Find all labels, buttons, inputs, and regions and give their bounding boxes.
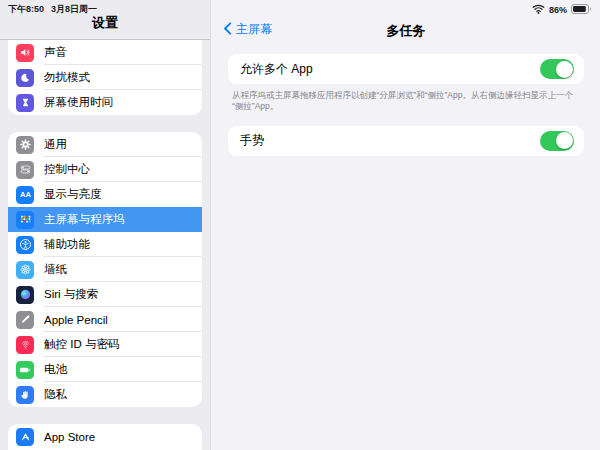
sidebar-item-label: 屏幕使用时间	[44, 95, 113, 110]
pencil-icon	[16, 311, 34, 329]
sidebar-item-privacy[interactable]: 隐私	[8, 382, 202, 407]
hourglass-icon	[16, 94, 34, 112]
sidebar-item-battery[interactable]: 电池	[8, 357, 202, 382]
page-title: 多任务	[212, 22, 600, 40]
sidebar-item-general[interactable]: 通用	[8, 132, 202, 157]
siri-icon	[16, 286, 34, 304]
toggle-switch[interactable]	[540, 59, 574, 79]
sidebar-item-label: 墙纸	[44, 262, 67, 277]
sidebar-group: App Store	[8, 424, 202, 450]
sidebar-item-label: 触控 ID 与密码	[44, 337, 119, 352]
toggles-icon	[16, 161, 34, 179]
sidebar-item-label: 隐私	[44, 387, 67, 402]
appstore-icon	[16, 428, 34, 446]
sidebar-item-label: Siri 与搜索	[44, 287, 98, 302]
moon-icon	[16, 69, 34, 87]
setting-row: 允许多个 App	[228, 54, 584, 84]
setting-label: 允许多个 App	[240, 61, 313, 78]
sidebar-item-app-store[interactable]: App Store	[8, 424, 202, 449]
battery-percent: 86%	[549, 5, 567, 15]
sidebar-item-home-screen-dock[interactable]: 主屏幕与程序坞	[8, 207, 202, 232]
hand-icon	[16, 386, 34, 404]
sidebar-group: 通用控制中心AA显示与亮度主屏幕与程序坞辅助功能墙纸Siri 与搜索Apple …	[8, 132, 202, 407]
fingerprint-icon	[16, 336, 34, 354]
detail-header: 主屏幕 多任务	[212, 16, 600, 46]
battery-icon	[571, 4, 592, 16]
setting-label: 手势	[240, 132, 264, 149]
wifi-icon	[532, 4, 545, 16]
sidebar-item-label: Apple Pencil	[44, 314, 108, 326]
sidebar-group: 声音勿扰模式屏幕使用时间	[8, 40, 202, 115]
toggle-knob	[556, 61, 573, 78]
sidebar-item-display[interactable]: AA显示与亮度	[8, 182, 202, 207]
detail-content: 允许多个 App从程序坞或主屏幕拖移应用程序以创建“分屏浏览”和“侧拉”App。…	[228, 54, 584, 156]
appgrid-icon	[16, 211, 34, 229]
speaker-icon	[16, 44, 34, 62]
flower-icon	[16, 261, 34, 279]
setting-row: 手势	[228, 126, 584, 156]
sidebar-item-apple-pencil[interactable]: Apple Pencil	[8, 307, 202, 332]
ipad-settings-screen: 下午8:50 3月8日周一 86% 设置 声音勿扰模式屏幕使用时间通用控制中心A…	[0, 0, 600, 450]
settings-card: 手势	[228, 126, 584, 156]
sidebar-item-accessibility[interactable]: 辅助功能	[8, 232, 202, 257]
sidebar-item-sounds[interactable]: 声音	[8, 40, 202, 65]
sidebar-item-label: 电池	[44, 362, 67, 377]
settings-sidebar: 设置 声音勿扰模式屏幕使用时间通用控制中心AA显示与亮度主屏幕与程序坞辅助功能墙…	[0, 0, 211, 450]
gear-icon	[16, 136, 34, 154]
sidebar-item-label: 声音	[44, 45, 67, 60]
detail-pane: 主屏幕 多任务 允许多个 App从程序坞或主屏幕拖移应用程序以创建“分屏浏览”和…	[212, 0, 600, 450]
accessibility-icon	[16, 236, 34, 254]
svg-text:AA: AA	[20, 190, 31, 199]
sidebar-item-do-not-disturb[interactable]: 勿扰模式	[8, 65, 202, 90]
aa-icon: AA	[16, 186, 34, 204]
sidebar-item-label: 显示与亮度	[44, 187, 102, 202]
sidebar-item-control-center[interactable]: 控制中心	[8, 157, 202, 182]
sidebar-item-label: App Store	[44, 431, 95, 443]
battery-icon	[16, 361, 34, 379]
status-time: 下午8:50	[8, 3, 44, 16]
status-bar: 下午8:50 3月8日周一 86%	[0, 0, 600, 16]
toggle-switch[interactable]	[540, 131, 574, 151]
sidebar-item-wallpaper[interactable]: 墙纸	[8, 257, 202, 282]
sidebar-item-siri-search[interactable]: Siri 与搜索	[8, 282, 202, 307]
sidebar-item-label: 勿扰模式	[44, 70, 90, 85]
sidebar-item-label: 辅助功能	[44, 237, 90, 252]
status-date: 3月8日周一	[51, 3, 97, 16]
sidebar-item-screen-time[interactable]: 屏幕使用时间	[8, 90, 202, 115]
sidebar-item-label: 控制中心	[44, 162, 90, 177]
settings-card: 允许多个 App	[228, 54, 584, 84]
section-footnote: 从程序坞或主屏幕拖移应用程序以创建“分屏浏览”和“侧拉”App。从右侧边缘轻扫显…	[228, 84, 584, 122]
sidebar-item-label: 通用	[44, 137, 67, 152]
sidebar-list: 声音勿扰模式屏幕使用时间通用控制中心AA显示与亮度主屏幕与程序坞辅助功能墙纸Si…	[0, 40, 210, 450]
toggle-knob	[556, 132, 573, 149]
sidebar-item-touch-id[interactable]: 触控 ID 与密码	[8, 332, 202, 357]
sidebar-item-label: 主屏幕与程序坞	[44, 212, 125, 227]
